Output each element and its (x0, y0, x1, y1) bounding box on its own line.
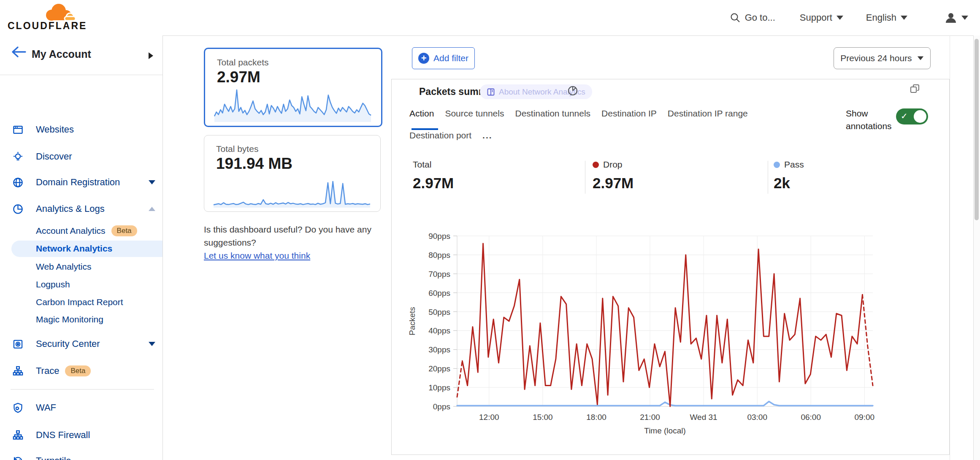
stat-value: 2k (774, 175, 804, 192)
book-icon (487, 88, 495, 96)
sidebar-item-waf[interactable]: WAF (0, 398, 162, 417)
svg-text:15:00: 15:00 (533, 413, 553, 422)
tab-destination-ip[interactable]: Destination IP (601, 108, 657, 119)
sidebar-item-label: Security Center (36, 338, 100, 349)
chevron-down-icon (149, 180, 155, 184)
sidebar-item-trace[interactable]: TraceBeta (0, 362, 162, 380)
add-filter-button[interactable]: + Add filter (412, 47, 475, 69)
sidebar-item-account-analytics[interactable]: Account AnalyticsBeta (0, 223, 162, 238)
card-value: 2.97M (217, 68, 260, 86)
card-label: Total packets (217, 57, 269, 68)
chevron-down-icon (149, 342, 155, 346)
svg-text:40pps: 40pps (428, 326, 450, 335)
support-label: Support (800, 12, 832, 23)
svg-text:70pps: 70pps (428, 270, 450, 279)
sidebar-item-label: Logpush (36, 279, 70, 290)
plus-icon: + (418, 53, 429, 64)
sidebar-item-dns-firewall[interactable]: DNS Firewall (0, 426, 162, 444)
stat-value: 2.97M (593, 175, 633, 192)
packets-summary-panel: Packets summary About Network Analytics … (391, 79, 950, 455)
svg-text:10pps: 10pps (428, 383, 450, 392)
sidebar-item-label: Discover (36, 151, 72, 162)
drop-legend-dot (593, 162, 599, 168)
sidebar-item-label: Magic Monitoring (36, 314, 103, 325)
add-filter-label: Add filter (433, 53, 468, 63)
svg-text:18:00: 18:00 (586, 413, 606, 422)
stat-label: Drop (603, 160, 623, 170)
scrollbar-track[interactable] (973, 35, 980, 460)
sidebar-item-web-analytics[interactable]: Web Analytics (0, 259, 162, 274)
time-period-icon[interactable] (567, 85, 579, 97)
tab-action[interactable]: Action (409, 108, 434, 119)
card-value: 191.94 MB (216, 155, 292, 173)
sidebar-item-label: Domain Registration (36, 177, 120, 188)
scrollbar-thumb[interactable] (975, 39, 979, 220)
chevron-down-icon (837, 16, 843, 20)
time-range-value: Previous 24 hours (840, 53, 912, 63)
sidebar-item-network-analytics[interactable]: Network Analytics (11, 241, 162, 257)
sidebar-item-label: Account Analytics (36, 226, 106, 235)
feedback-link[interactable]: Let us know what you think (204, 251, 310, 260)
chevron-down-icon (961, 16, 968, 20)
chevron-down-icon (917, 57, 923, 60)
sidebar-item-turnstile[interactable]: Turnstile (0, 452, 162, 460)
globe-icon (12, 177, 24, 188)
goto-search[interactable]: Go to... (730, 12, 775, 23)
sidebar-item-discover[interactable]: Discover (0, 147, 162, 166)
tab-source-tunnels[interactable]: Source tunnels (445, 108, 504, 119)
packets-sparkline (214, 88, 372, 122)
stat-drop: Drop 2.97M (593, 160, 633, 192)
svg-text:12:00: 12:00 (479, 413, 499, 422)
divider (11, 389, 154, 390)
pass-legend-dot (774, 162, 780, 168)
time-range-dropdown[interactable]: Previous 24 hours (834, 47, 931, 69)
svg-text:06:00: 06:00 (801, 413, 821, 422)
content-right-edge (950, 35, 950, 460)
total-bytes-card[interactable]: Total bytes 191.94 MB (204, 135, 381, 212)
show-annotations-toggle[interactable]: ✓ (896, 108, 928, 124)
sidebar-item-analytics-logs[interactable]: Analytics & Logs (0, 200, 162, 218)
user-icon (945, 11, 957, 24)
svg-text:60pps: 60pps (428, 289, 450, 298)
tab-destination-port[interactable]: Destination port (409, 130, 471, 141)
more-tabs-button[interactable]: ... (482, 130, 493, 141)
feedback-block: Is this dashboard useful? Do you have an… (204, 223, 402, 262)
sidebar-item-websites[interactable]: Websites (0, 120, 162, 139)
account-menu[interactable] (945, 11, 968, 24)
sidebar-item-domain-registration[interactable]: Domain Registration (0, 173, 162, 192)
svg-text:0pps: 0pps (433, 402, 450, 411)
language-label: English (866, 12, 896, 23)
language-menu[interactable]: English (866, 12, 907, 23)
active-tab-underline (411, 128, 438, 130)
divider (585, 161, 585, 194)
tab-destination-tunnels[interactable]: Destination tunnels (515, 108, 590, 119)
stat-value: 2.97M (413, 175, 454, 192)
tab-destination-ip-range[interactable]: Destination IP range (668, 108, 748, 119)
expand-icon[interactable] (909, 83, 921, 96)
back-arrow-icon[interactable] (9, 46, 27, 58)
total-packets-card[interactable]: Total packets 2.97M (204, 48, 382, 127)
sidebar-item-label: Trace (36, 365, 59, 376)
chevron-down-icon (901, 16, 907, 20)
sidebar: My Account Websites Discover Domain Regi… (0, 35, 163, 460)
svg-text:80pps: 80pps (428, 251, 450, 260)
sidebar-item-security-center[interactable]: Security Center (0, 335, 162, 353)
beta-badge: Beta (111, 225, 137, 236)
chevron-right-icon[interactable] (149, 52, 153, 59)
refresh-check-icon (12, 455, 24, 460)
feedback-question: Is this dashboard useful? Do you have an… (204, 223, 402, 249)
sidebar-item-logpush[interactable]: Logpush (0, 277, 162, 292)
goto-label: Go to... (745, 12, 775, 23)
sidebar-item-label: Network Analytics (36, 244, 112, 254)
shield-gear-icon (12, 402, 24, 414)
stat-label: Pass (784, 160, 804, 170)
support-menu[interactable]: Support (800, 12, 843, 23)
sidebar-item-magic-monitoring[interactable]: Magic Monitoring (0, 312, 162, 327)
account-title[interactable]: My Account (32, 48, 91, 60)
svg-text:20pps: 20pps (428, 364, 450, 373)
svg-text:21:00: 21:00 (640, 413, 660, 422)
svg-text:Time (local): Time (local) (644, 426, 686, 435)
divider (768, 161, 768, 194)
sidebar-item-label: Turnstile (36, 455, 71, 460)
sidebar-item-carbon-impact-report[interactable]: Carbon Impact Report (0, 295, 162, 310)
